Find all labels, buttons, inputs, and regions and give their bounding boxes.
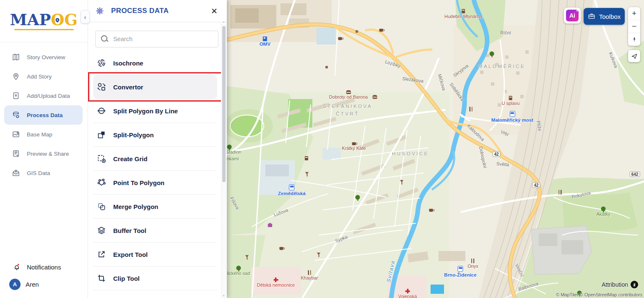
tool-item-split-polygon-by-line[interactable]: Split Polygon By Line: [93, 99, 217, 123]
attribution[interactable]: Attribution i: [602, 281, 638, 288]
map-credit: © MapTiler © OpenStreetMap contributors: [556, 292, 642, 297]
logo: MAPOG: [0, 0, 88, 42]
compass-icon: [631, 36, 637, 43]
merge-polygon-icon: [97, 202, 106, 211]
sidebar-item-add-upload-data[interactable]: Add/Upload Data: [4, 86, 83, 105]
process-data-icon: [12, 111, 20, 119]
attribution-label: Attribution: [602, 281, 628, 288]
convertor-icon: [97, 82, 106, 91]
tool-item-split-polygon[interactable]: Split-Polygon: [93, 123, 217, 147]
create-grid-icon: [97, 154, 106, 163]
basemap: [227, 0, 644, 298]
sidebar-nav: Story Overview Add Story Add/Upload Data…: [0, 42, 88, 183]
sidebar-item-process-data[interactable]: Process Data: [4, 105, 83, 125]
search-icon: [101, 35, 107, 42]
zoom-out-button[interactable]: −: [628, 20, 640, 33]
split-line-icon: [97, 106, 106, 115]
tool-item-convertor[interactable]: Convertor: [93, 75, 217, 99]
tool-item-export-tool[interactable]: Export Tool: [93, 243, 217, 267]
notifications-label: Notifications: [27, 264, 61, 271]
close-icon[interactable]: ✕: [209, 6, 219, 16]
sidebar-item-preview-share[interactable]: Preview & Share: [4, 144, 83, 163]
process-data-panel: PROCESS DATA ✕ Isochrone Convertor Split…: [88, 0, 227, 298]
preview-share-icon: [12, 149, 20, 158]
briefcase-icon: [588, 13, 595, 20]
tool-item-create-grid[interactable]: Create Grid: [93, 147, 217, 171]
isochrone-icon: [97, 58, 106, 68]
toolbox-label: Toolbox: [599, 13, 621, 20]
panel-header: PROCESS DATA ✕: [88, 0, 227, 22]
ai-button[interactable]: Ai: [564, 8, 581, 24]
sidebar-item-gis-data[interactable]: GIS Data: [4, 163, 83, 183]
point-polygon-icon: [97, 178, 106, 187]
chevron-left-icon: ‹: [84, 13, 86, 21]
sidebar-item-base-map[interactable]: Base Map: [4, 125, 83, 144]
panel-scrollbar[interactable]: [221, 24, 227, 298]
info-icon: i: [631, 281, 638, 288]
bell-icon: [13, 263, 21, 271]
base-map-icon: [12, 130, 20, 139]
scrollbar-thumb[interactable]: [222, 26, 226, 182]
locate-button[interactable]: [628, 50, 640, 62]
locate-icon: [631, 53, 638, 60]
tool-list: Isochrone Convertor Split Polygon By Lin…: [93, 51, 217, 290]
avatar: A: [9, 279, 21, 290]
toolbox-button[interactable]: Toolbox: [584, 8, 625, 25]
gear-icon: [95, 6, 104, 16]
story-overview-icon: [12, 53, 20, 61]
panel-title: PROCESS DATA: [111, 7, 209, 15]
gis-data-icon: [12, 169, 20, 177]
split-polygon-icon: [97, 130, 106, 139]
map-zoom-controls: + −: [628, 7, 640, 46]
sidebar-collapse-button[interactable]: ‹: [80, 10, 90, 24]
search-box: [95, 31, 218, 47]
add-story-icon: [12, 72, 20, 81]
notifications-button[interactable]: Notifications: [0, 259, 88, 275]
ai-icon: Ai: [566, 10, 579, 21]
map-canvas[interactable]: OMV Hudební Mlynárna Říční MALOMĚŘICE Lo…: [227, 0, 644, 298]
sidebar-item-add-story[interactable]: Add Story: [4, 67, 83, 86]
zoom-in-button[interactable]: +: [628, 7, 640, 20]
logo-underline: [14, 29, 74, 30]
buffer-icon: [97, 226, 106, 235]
sidebar: MAPOG Story Overview Add Story Add/Uploa…: [0, 0, 88, 298]
clip-icon: [97, 274, 106, 283]
tool-item-merge-polygon[interactable]: Merge Polygon: [93, 195, 217, 219]
app-window: OMV Hudební Mlynárna Říční MALOMĚŘICE Lo…: [0, 0, 644, 298]
tool-item-isochrone[interactable]: Isochrone: [93, 51, 217, 75]
user-menu[interactable]: A Aren: [0, 275, 88, 293]
export-icon: [97, 250, 106, 259]
add-upload-icon: [12, 91, 20, 100]
user-name: Aren: [26, 281, 39, 288]
sidebar-item-story-overview[interactable]: Story Overview: [4, 47, 83, 67]
compass-button[interactable]: [628, 33, 640, 46]
tool-item-clip-tool[interactable]: Clip Tool: [93, 267, 217, 290]
logo-text-map: MAP: [10, 10, 51, 29]
search-input[interactable]: [95, 31, 218, 47]
sidebar-bottom: Notifications A Aren: [0, 259, 88, 293]
tool-item-buffer-tool[interactable]: Buffer Tool: [93, 219, 217, 243]
logo-text-g: G: [65, 10, 78, 29]
tool-item-point-to-polygon[interactable]: Point To Polygon: [93, 171, 217, 195]
